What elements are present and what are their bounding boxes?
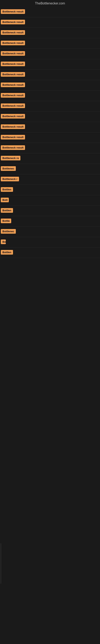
result-row-1: Bottleneck result bbox=[0, 7, 100, 17]
result-row-11: Bottleneck result bbox=[0, 112, 100, 122]
result-row-14: Bottleneck result bbox=[0, 143, 100, 153]
site-title: TheBottlenecker.com bbox=[0, 0, 100, 7]
bottleneck-badge-3[interactable]: Bottleneck result bbox=[1, 30, 25, 35]
result-row-12: Bottleneck result bbox=[0, 122, 100, 132]
result-row-7: Bottleneck result bbox=[0, 70, 100, 80]
bottleneck-badge-19[interactable]: Bott bbox=[1, 198, 9, 202]
bottleneck-badge-11[interactable]: Bottleneck result bbox=[1, 114, 25, 118]
result-row-5: Bottleneck result bbox=[0, 49, 100, 59]
result-row-9: Bottleneck result bbox=[0, 90, 100, 101]
bottleneck-badge-12[interactable]: Bottleneck result bbox=[1, 124, 25, 129]
vertical-line bbox=[1, 544, 1, 584]
result-row-3: Bottleneck result bbox=[0, 28, 100, 38]
bottleneck-badge-17[interactable]: Bottleneck r bbox=[1, 177, 19, 181]
bottleneck-badge-15[interactable]: Bottleneck re bbox=[1, 156, 20, 160]
result-row-19: Bott bbox=[0, 195, 100, 206]
bottleneck-badge-5[interactable]: Bottleneck result bbox=[1, 51, 25, 56]
result-row-15: Bottleneck re bbox=[0, 153, 100, 164]
bottleneck-badge-9[interactable]: Bottleneck result bbox=[1, 93, 25, 98]
bottleneck-badge-2[interactable]: Bottleneck result bbox=[1, 20, 25, 24]
bottleneck-badge-21[interactable]: Bottle bbox=[1, 218, 11, 223]
bottleneck-badge-24[interactable]: Bottlen bbox=[1, 250, 13, 254]
result-row-8: Bottleneck result bbox=[0, 80, 100, 90]
result-row-4: Bottleneck result bbox=[0, 38, 100, 49]
bottleneck-badge-1[interactable]: Bottleneck result bbox=[1, 9, 25, 14]
result-row-22: Bottlenec bbox=[0, 226, 100, 237]
bottleneck-badge-13[interactable]: Bottleneck result bbox=[1, 135, 25, 140]
result-row-23: Bo bbox=[0, 237, 100, 248]
bottleneck-badge-14[interactable]: Bottleneck result bbox=[1, 145, 25, 150]
bottleneck-badge-7[interactable]: Bottleneck result bbox=[1, 72, 25, 77]
bottleneck-badge-22[interactable]: Bottlenec bbox=[1, 229, 16, 234]
result-row-24: Bottlen bbox=[0, 248, 100, 258]
result-row-10: Bottleneck result bbox=[0, 101, 100, 112]
result-row-21: Bottle bbox=[0, 216, 100, 226]
bottleneck-badge-8[interactable]: Bottleneck result bbox=[1, 82, 25, 87]
bottleneck-badge-23[interactable]: Bo bbox=[1, 240, 6, 244]
result-row-13: Bottleneck result bbox=[0, 132, 100, 143]
result-row-6: Bottleneck result bbox=[0, 59, 100, 70]
results-container: Bottleneck resultBottleneck resultBottle… bbox=[0, 7, 100, 258]
result-row-18: Bottlen bbox=[0, 185, 100, 195]
result-row-2: Bottleneck result bbox=[0, 17, 100, 28]
bottleneck-badge-10[interactable]: Bottleneck result bbox=[1, 104, 25, 108]
bottleneck-badge-6[interactable]: Bottleneck result bbox=[1, 62, 25, 66]
result-row-17: Bottleneck r bbox=[0, 174, 100, 185]
bottleneck-badge-20[interactable]: Bottlen bbox=[1, 208, 13, 213]
bottleneck-badge-4[interactable]: Bottleneck result bbox=[1, 41, 25, 45]
bottleneck-badge-18[interactable]: Bottlen bbox=[1, 187, 13, 192]
result-row-16: Bottlenec bbox=[0, 164, 100, 174]
bottleneck-badge-16[interactable]: Bottlenec bbox=[1, 166, 16, 171]
result-row-20: Bottlen bbox=[0, 206, 100, 216]
